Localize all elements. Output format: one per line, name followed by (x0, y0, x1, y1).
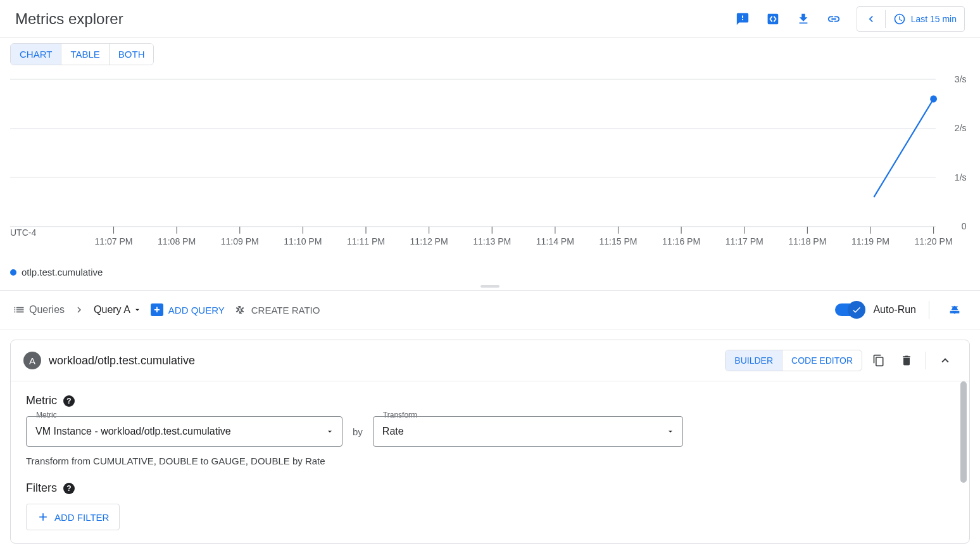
editor-mode-toggle: BUILDER CODE EDITOR (725, 350, 862, 371)
query-selector[interactable]: Query A (94, 304, 142, 316)
help-icon[interactable]: ? (63, 483, 75, 494)
plus-icon: + (151, 303, 163, 316)
query-panel: A workload/otlp.test.cumulative BUILDER … (10, 340, 970, 544)
svg-text:11:08 PM: 11:08 PM (158, 236, 196, 246)
clock-icon (893, 13, 906, 25)
svg-text:0: 0 (962, 221, 967, 231)
autorun-toggle[interactable] (835, 303, 863, 316)
svg-text:11:17 PM: 11:17 PM (726, 236, 763, 246)
dropdown-arrow-icon (325, 427, 334, 436)
svg-text:11:12 PM: 11:12 PM (410, 236, 448, 246)
svg-text:1/s: 1/s (955, 172, 967, 182)
tab-both[interactable]: BOTH (110, 44, 154, 65)
add-query-button[interactable]: + ADD QUERY (151, 303, 225, 316)
mode-code-editor-button[interactable]: CODE EDITOR (782, 350, 862, 371)
svg-text:11:15 PM: 11:15 PM (599, 236, 637, 246)
ratio-icon (234, 303, 246, 316)
query-badge: A (23, 352, 41, 369)
metric-section-label: Metric ? (26, 394, 954, 407)
feedback-icon[interactable] (730, 6, 755, 32)
metric-select[interactable]: VM Instance - workload/otlp.test.cumulat… (26, 416, 342, 447)
collapse-all-icon[interactable] (942, 297, 967, 322)
legend-dot-icon (10, 269, 16, 276)
query-title: workload/otlp.test.cumulative (49, 354, 195, 367)
scrollbar[interactable] (960, 381, 967, 483)
tab-chart[interactable]: CHART (11, 44, 61, 65)
create-ratio-button[interactable]: CREATE RATIO (234, 303, 320, 316)
by-label: by (353, 426, 363, 437)
chart-area: 3/s 2/s 1/s 0 11:07 PM 11:08 PM 11:09 PM… (0, 65, 980, 262)
chevron-right-icon (73, 304, 85, 316)
svg-text:11:11 PM: 11:11 PM (347, 236, 385, 246)
add-filter-button[interactable]: ADD FILTER (26, 504, 120, 530)
svg-text:11:09 PM: 11:09 PM (221, 236, 259, 246)
transform-select[interactable]: Rate (373, 416, 683, 447)
check-icon (848, 301, 865, 319)
svg-text:11:18 PM: 11:18 PM (788, 236, 826, 246)
resize-handle[interactable] (0, 283, 980, 290)
collapse-panel-icon[interactable] (934, 349, 957, 372)
svg-text:11:14 PM: 11:14 PM (536, 236, 574, 246)
svg-text:11:20 PM: 11:20 PM (915, 236, 953, 246)
tab-table[interactable]: TABLE (61, 44, 109, 65)
page-title: Metrics explorer (15, 10, 123, 28)
download-icon[interactable] (791, 6, 816, 32)
transform-description: Transform from CUMULATIVE, DOUBLE to GAU… (26, 456, 954, 466)
chevron-left-icon (865, 13, 877, 25)
chart-legend: otlp.test.cumulative (0, 262, 980, 283)
timezone-label: UTC-4 (10, 227, 36, 238)
header-actions: Last 15 min (730, 6, 965, 32)
chart-data-point (930, 96, 937, 103)
svg-text:11:19 PM: 11:19 PM (851, 236, 889, 246)
delete-icon[interactable] (895, 349, 918, 372)
legend-series-name: otlp.test.cumulative (22, 267, 103, 278)
svg-rect-0 (767, 13, 778, 24)
autorun-label: Auto-Run (873, 304, 916, 316)
link-icon[interactable] (821, 6, 846, 32)
code-icon[interactable] (760, 6, 786, 32)
list-icon (13, 303, 25, 316)
mode-builder-button[interactable]: BUILDER (726, 350, 782, 371)
copy-icon[interactable] (867, 349, 890, 372)
svg-text:11:13 PM: 11:13 PM (473, 236, 511, 246)
time-range-label: Last 15 min (911, 14, 957, 24)
svg-text:3/s: 3/s (955, 73, 967, 84)
dropdown-arrow-icon (666, 427, 675, 436)
svg-text:11:16 PM: 11:16 PM (662, 236, 700, 246)
plus-icon (37, 511, 49, 523)
view-toggle: CHART TABLE BOTH (10, 43, 154, 65)
chart-series-line (874, 99, 933, 197)
help-icon[interactable]: ? (63, 395, 75, 407)
svg-text:11:10 PM: 11:10 PM (284, 236, 322, 246)
query-toolbar: Queries Query A + ADD QUERY CREATE RATIO… (0, 290, 980, 329)
svg-text:11:07 PM: 11:07 PM (94, 236, 132, 246)
queries-breadcrumb[interactable]: Queries (13, 303, 65, 316)
filters-section-label: Filters ? (26, 482, 954, 495)
time-range-button[interactable]: Last 15 min (857, 6, 965, 32)
svg-text:2/s: 2/s (955, 123, 967, 133)
dropdown-arrow-icon (133, 305, 142, 314)
